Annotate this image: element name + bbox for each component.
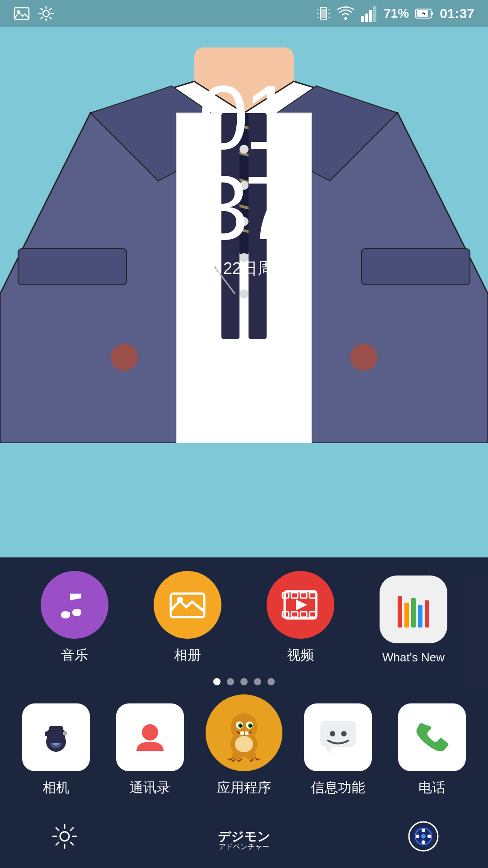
svg-line-95	[56, 828, 59, 830]
app-whatsnew[interactable]: What's New	[368, 576, 459, 665]
svg-line-10	[41, 17, 43, 19]
digivice-btn[interactable]	[405, 818, 441, 854]
page-dot-3	[240, 678, 248, 685]
apps-label: 应用程序	[217, 778, 271, 797]
svg-point-72	[142, 724, 158, 741]
bottom-area: 音乐 相册	[0, 557, 488, 868]
whatsnew-icon	[380, 576, 447, 643]
svg-line-97	[70, 828, 73, 830]
svg-point-85	[245, 751, 256, 760]
svg-rect-12	[321, 9, 326, 18]
svg-point-106	[416, 835, 419, 838]
album-label: 相册	[174, 646, 201, 665]
svg-line-8	[50, 17, 52, 19]
svg-rect-21	[365, 14, 368, 22]
phone-icon-bg	[398, 703, 466, 771]
svg-point-19	[344, 17, 347, 20]
app-video[interactable]: 视频	[255, 571, 346, 665]
battery-icon	[415, 7, 433, 20]
svg-point-46	[350, 344, 377, 371]
wifi-icon	[337, 5, 355, 22]
svg-text:デジモン: デジモン	[218, 830, 270, 844]
contacts-icon-bg	[116, 703, 184, 771]
brightness-icon	[38, 5, 54, 22]
svg-rect-83	[245, 731, 249, 735]
apps-icon-bg	[206, 694, 282, 771]
svg-point-81	[249, 725, 252, 727]
svg-rect-63	[310, 612, 316, 617]
svg-rect-69	[45, 731, 51, 736]
svg-line-98	[56, 842, 59, 845]
svg-line-7	[41, 9, 43, 10]
svg-point-52	[239, 289, 249, 298]
digimon-logo-svg: デジモン アドベンチャー	[176, 823, 312, 850]
status-time: 01:37	[440, 6, 474, 21]
page-dot-1	[213, 678, 221, 685]
svg-point-45	[111, 344, 138, 371]
app-camera[interactable]: 相机	[11, 703, 101, 797]
svg-rect-43	[18, 249, 127, 285]
clock-widget: 01 37 5月22日周日	[198, 72, 290, 280]
svg-point-71	[63, 731, 67, 736]
camera-icon-bg	[22, 703, 90, 771]
svg-rect-59	[310, 593, 316, 598]
svg-rect-0	[14, 8, 29, 19]
svg-point-104	[422, 829, 425, 832]
dock-top: 音乐 相册	[0, 557, 488, 669]
svg-point-105	[422, 840, 425, 844]
app-album[interactable]: 相册	[142, 571, 233, 665]
app-contacts[interactable]: 通讯录	[105, 703, 195, 797]
image-icon	[14, 5, 30, 22]
page-dot-2	[227, 678, 234, 685]
page-dot-5	[267, 678, 275, 685]
music-label: 音乐	[61, 646, 88, 665]
svg-rect-70	[49, 726, 63, 732]
digivice-icon	[408, 821, 439, 852]
svg-point-108	[421, 834, 426, 839]
svg-point-88	[330, 731, 335, 736]
clock-date: 5月22日周日	[198, 258, 290, 280]
phone-label: 电话	[418, 778, 446, 797]
digimon-logo: デジモン アドベンチャー	[176, 818, 312, 854]
svg-point-2	[43, 10, 49, 17]
sun-icon-btn[interactable]	[47, 818, 83, 854]
svg-rect-44	[361, 249, 470, 285]
home-screen: 71% 01:37	[0, 0, 488, 868]
svg-rect-58	[300, 593, 307, 598]
whatsnew-label: What's New	[382, 651, 445, 665]
messages-icon-bg	[304, 703, 372, 771]
camera-label: 相机	[42, 778, 70, 797]
signal-icon	[361, 5, 377, 22]
status-left	[14, 5, 54, 22]
whats-new-inner	[380, 576, 447, 643]
clock-hour: 01	[198, 72, 290, 163]
very-bottom-bar: デジモン アドベンチャー	[0, 811, 488, 863]
svg-rect-23	[373, 6, 376, 22]
app-messages[interactable]: 信息功能	[293, 703, 383, 797]
vibrate-icon	[317, 5, 330, 22]
svg-rect-20	[361, 16, 364, 22]
video-icon	[267, 571, 334, 639]
app-apps[interactable]: 应用程序	[199, 694, 289, 797]
svg-point-90	[60, 832, 69, 841]
svg-line-9	[50, 9, 52, 10]
messages-label: 信息功能	[311, 778, 365, 797]
svg-text:アドベンチャー: アドベンチャー	[219, 843, 269, 850]
battery-percent: 71%	[384, 6, 409, 21]
app-phone[interactable]: 电话	[387, 703, 477, 797]
svg-point-107	[427, 835, 431, 838]
clock-minute: 37	[198, 163, 290, 253]
album-icon	[154, 571, 221, 639]
app-music[interactable]: 音乐	[29, 571, 120, 665]
svg-point-75	[235, 736, 253, 752]
sun-icon	[51, 823, 78, 850]
page-dots	[0, 669, 488, 690]
svg-point-80	[239, 725, 242, 727]
page-dot-4	[254, 678, 261, 685]
svg-rect-22	[369, 10, 372, 22]
svg-rect-57	[291, 593, 298, 598]
svg-rect-62	[300, 612, 307, 617]
svg-rect-26	[431, 12, 433, 15]
video-label: 视频	[287, 646, 314, 665]
svg-rect-82	[240, 731, 244, 735]
